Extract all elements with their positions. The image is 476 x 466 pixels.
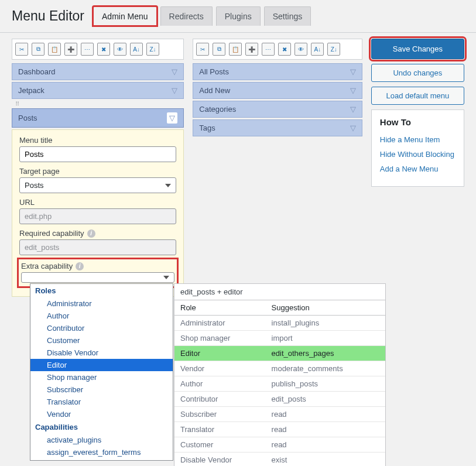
new-sep-icon[interactable]: ⋯ xyxy=(262,43,275,56)
save-button[interactable]: Save Changes xyxy=(371,39,464,59)
dd-role-editor[interactable]: Editor xyxy=(30,359,173,371)
sort-za-icon[interactable]: Z↓ xyxy=(327,43,340,56)
copy-icon[interactable]: ⧉ xyxy=(32,43,44,56)
howto-link-hide-noblock[interactable]: Hide Without Blocking xyxy=(380,150,456,159)
chevron-down-icon xyxy=(165,184,171,187)
paste-icon[interactable]: 📋 xyxy=(229,43,242,56)
dd-role-contributor[interactable]: Contributor xyxy=(30,322,173,334)
suggestion-row[interactable]: Authorpublish_posts xyxy=(174,376,385,392)
menu-item-jetpack[interactable]: Jetpack▽ xyxy=(12,82,184,99)
new-menu-icon[interactable]: ➕ xyxy=(245,43,258,56)
suggestion-cap: install_plugins xyxy=(266,316,385,331)
submenu-item-categories[interactable]: Categories▽ xyxy=(193,101,362,118)
cut-icon[interactable]: ✂ xyxy=(196,43,209,56)
menu-label: Tags xyxy=(199,124,215,132)
col-role: Role xyxy=(174,300,266,316)
menu-separator[interactable]: ⠿ xyxy=(12,101,184,107)
sort-az-icon[interactable]: A↓ xyxy=(311,43,324,56)
tab-plugins[interactable]: Plugins xyxy=(216,6,261,26)
info-icon: i xyxy=(76,262,84,270)
dd-role-customer[interactable]: Customer xyxy=(30,334,173,347)
suggestion-row[interactable]: Vendormoderate_comments xyxy=(174,361,385,376)
howto-link-add[interactable]: Add a New Menu xyxy=(380,165,456,173)
delete-icon[interactable]: ✖ xyxy=(97,43,110,56)
menu-item-posts[interactable]: Posts▽ xyxy=(12,108,184,128)
suggestion-cap: edit_others_pages xyxy=(266,346,385,361)
suggestion-row[interactable]: Contributoredit_posts xyxy=(174,392,385,407)
dd-cap-assign-everest[interactable]: assign_everest_form_terms xyxy=(30,446,173,458)
copy-icon[interactable]: ⧉ xyxy=(213,43,225,56)
chevron-down-icon: ▽ xyxy=(167,112,177,124)
suggestion-row[interactable]: Subscriberread xyxy=(174,407,385,422)
dd-group-roles: Roles xyxy=(30,284,173,297)
chevron-down-icon xyxy=(163,276,169,279)
tab-admin-menu[interactable]: Admin Menu xyxy=(93,6,157,26)
dd-role-vendor[interactable]: Vendor xyxy=(30,408,173,420)
url-label: URL xyxy=(19,198,176,207)
target-page-select[interactable]: Posts xyxy=(19,177,176,193)
dd-role-disable-vendor[interactable]: Disable Vendor xyxy=(30,347,173,359)
dd-role-subscriber[interactable]: Subscriber xyxy=(30,383,173,396)
chevron-down-icon: ▽ xyxy=(172,67,177,76)
required-cap-label: Required capabilityi xyxy=(19,229,176,238)
suggestion-role: Editor xyxy=(174,346,266,361)
chevron-down-icon: ▽ xyxy=(350,86,356,95)
new-menu-icon[interactable]: ➕ xyxy=(64,43,77,56)
suggestion-row[interactable]: Translatorread xyxy=(174,422,385,437)
tab-settings[interactable]: Settings xyxy=(264,6,311,26)
submenu-item-add-new[interactable]: Add New▽ xyxy=(193,82,362,99)
howto-link-hide[interactable]: Hide a Menu Item xyxy=(380,135,456,144)
suggestion-row[interactable]: Customerread xyxy=(174,437,385,453)
menu-title-label: Menu title xyxy=(19,136,176,145)
suggestion-role: Vendor xyxy=(174,361,266,376)
page-title: Menu Editor xyxy=(12,8,84,24)
new-sep-icon[interactable]: ⋯ xyxy=(81,43,94,56)
chevron-down-icon: ▽ xyxy=(350,67,356,76)
suggestion-cap: exist xyxy=(266,453,385,467)
suggestion-cap: import xyxy=(266,331,385,346)
undo-button[interactable]: Undo changes xyxy=(371,64,464,82)
mid-toolbar: ✂ ⧉ 📋 ➕ ⋯ ✖ 👁 A↓ Z↓ xyxy=(193,39,362,60)
extra-cap-label: Extra capabilityi xyxy=(21,262,174,270)
hide-icon[interactable]: 👁 xyxy=(294,43,307,56)
menu-title-input[interactable] xyxy=(19,146,176,162)
load-default-button[interactable]: Load default menu xyxy=(371,87,464,105)
suggestion-row[interactable]: Disable Vendorexist xyxy=(174,453,385,467)
suggestion-role: Contributor xyxy=(174,392,266,407)
chevron-down-icon: ▽ xyxy=(350,124,356,132)
suggestion-row[interactable]: Shop managerimport xyxy=(174,331,385,346)
menu-label: Add New xyxy=(199,86,230,95)
suggestion-row[interactable]: Editoredit_others_pages xyxy=(174,346,385,361)
dd-cap-activate-plugins[interactable]: activate_plugins xyxy=(30,434,173,446)
edit-panel: Menu title Target page Posts URL Require… xyxy=(12,129,184,297)
tab-redirects[interactable]: Redirects xyxy=(160,6,213,26)
suggestion-role: Customer xyxy=(174,437,266,453)
sort-za-icon[interactable]: Z↓ xyxy=(146,43,159,56)
submenu-item-tags[interactable]: Tags▽ xyxy=(193,119,362,136)
extra-cap-dropdown[interactable]: Roles Administrator Author Contributor C… xyxy=(30,283,173,461)
hide-icon[interactable]: 👁 xyxy=(114,43,126,56)
dd-role-administrator[interactable]: Administrator xyxy=(30,297,173,310)
suggestion-cap: moderate_comments xyxy=(266,361,385,376)
howto-title: How To xyxy=(380,117,456,127)
suggestion-cap: read xyxy=(266,437,385,453)
dd-role-shop-manager[interactable]: Shop manager xyxy=(30,371,173,383)
suggestion-role: Disable Vendor xyxy=(174,453,266,467)
sort-az-icon[interactable]: A↓ xyxy=(130,43,143,56)
url-input xyxy=(19,208,176,224)
dd-group-caps: Capabilities xyxy=(30,420,173,434)
extra-cap-select[interactable] xyxy=(21,272,174,283)
submenu-item-all-posts[interactable]: All Posts▽ xyxy=(193,63,362,80)
dd-cap-assign-product[interactable]: assign_product_terms xyxy=(30,458,173,461)
suggestion-row[interactable]: Administratorinstall_plugins xyxy=(174,316,385,331)
menu-item-dashboard[interactable]: Dashboard▽ xyxy=(12,63,184,80)
menu-label: Jetpack xyxy=(18,86,44,95)
delete-icon[interactable]: ✖ xyxy=(278,43,291,56)
suggestion-role: Shop manager xyxy=(174,331,266,346)
dd-role-author[interactable]: Author xyxy=(30,310,173,322)
dd-role-translator[interactable]: Translator xyxy=(30,396,173,408)
cut-icon[interactable]: ✂ xyxy=(15,43,28,56)
left-toolbar: ✂ ⧉ 📋 ➕ ⋯ ✖ 👁 A↓ Z↓ xyxy=(12,39,184,60)
howto-box: How To Hide a Menu Item Hide Without Blo… xyxy=(371,109,464,187)
paste-icon[interactable]: 📋 xyxy=(48,43,61,56)
